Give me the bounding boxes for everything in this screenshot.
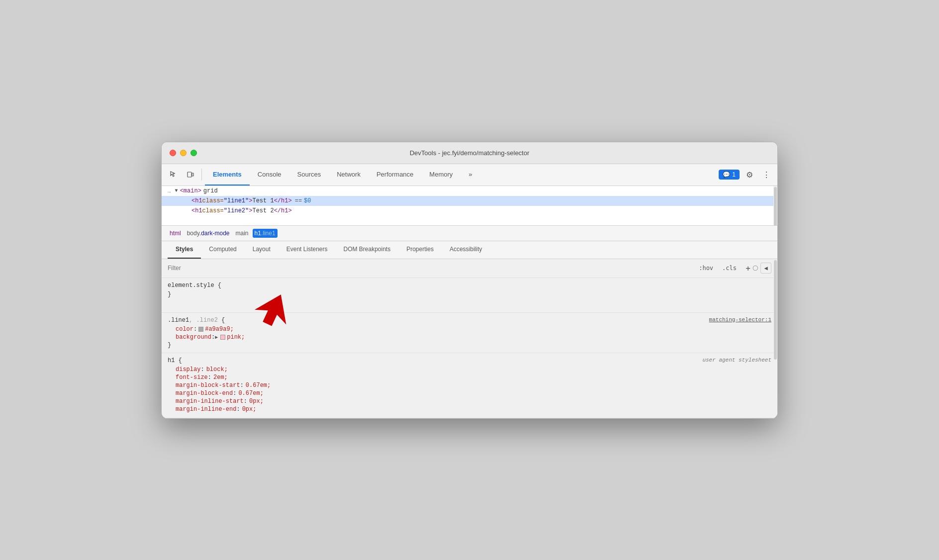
tag-open-h1-2: <h1 xyxy=(191,207,202,214)
prop-name-color: color xyxy=(176,326,193,333)
toggle-sidebar-icon[interactable]: ◀ xyxy=(760,263,771,274)
tab-computed[interactable]: Computed xyxy=(201,241,244,259)
toolbar-right: 💬 1 ⚙ ⋮ xyxy=(719,167,773,183)
css-prop-font-size: font-size : 2em; xyxy=(168,374,771,381)
prop-value-color[interactable]: #a9a9a9; xyxy=(205,326,234,333)
rule-selector-line1: .line1, .line2 { xyxy=(168,317,771,324)
prop-value-background[interactable]: pink; xyxy=(227,334,245,341)
styles-panel: :hov .cls + ⃝ ◀ element.style { } xyxy=(162,259,777,418)
tab-network[interactable]: Network xyxy=(329,164,369,186)
prop-value-display[interactable]: block; xyxy=(206,366,228,373)
background-swatch[interactable] xyxy=(220,335,225,340)
tab-dom-breakpoints[interactable]: DOM Breakpoints xyxy=(335,241,398,259)
scrollbar-thumb[interactable] xyxy=(774,187,777,226)
tab-accessibility[interactable]: Accessibility xyxy=(442,241,490,259)
rule-source-ua: user agent stylesheet xyxy=(702,357,771,363)
dom-line-main[interactable]: … ▼ <main> grid xyxy=(162,186,777,196)
styles-scrollbar[interactable] xyxy=(773,259,777,418)
crumb-main[interactable]: main xyxy=(234,229,251,238)
device-toolbar-icon[interactable] xyxy=(183,167,198,183)
more-options-icon[interactable]: ⋮ xyxy=(759,168,773,182)
prop-name-mbs: margin-block-start xyxy=(176,382,240,389)
tab-properties[interactable]: Properties xyxy=(398,241,442,259)
css-rule-element-style: element.style { } xyxy=(162,278,777,313)
css-prop-display: display : block; xyxy=(168,366,771,373)
css-prop-mie: margin-inline-end : 0px; xyxy=(168,406,771,413)
devtools-toolbar: Elements Console Sources Network Perform… xyxy=(162,164,777,186)
css-prop-mbe: margin-block-end : 0.67em; xyxy=(168,390,771,397)
window-title: DevTools - jec.fyi/demo/matching-selecto… xyxy=(410,149,530,157)
inspector-icon[interactable] xyxy=(166,167,182,183)
minimize-button[interactable] xyxy=(180,150,187,156)
rule-selector-element-style: element.style { xyxy=(168,282,771,289)
tab-elements[interactable]: Elements xyxy=(205,164,250,186)
dom-line-h1-line2[interactable]: <h1 class="line2">Test 2</h1> xyxy=(162,206,777,216)
tab-sources[interactable]: Sources xyxy=(289,164,329,186)
collapse-arrow[interactable]: ▼ xyxy=(175,188,178,193)
prop-value-font-size[interactable]: 2em; xyxy=(213,374,228,381)
crumb-h1-line1[interactable]: h1.line1 xyxy=(253,229,278,238)
add-rule-icon[interactable]: + xyxy=(743,263,753,274)
eq-sign: == xyxy=(295,197,302,204)
prop-value-mis[interactable]: 0px; xyxy=(249,398,264,405)
elements-scrollbar[interactable] xyxy=(773,186,777,225)
css-prop-mis: margin-inline-start : 0px; xyxy=(168,398,771,405)
subpanel-tabs: Styles Computed Layout Event Listeners D… xyxy=(162,241,777,259)
selector-line1: .line1 xyxy=(168,317,189,324)
chat-icon: 💬 xyxy=(723,171,730,178)
tab-event-listeners[interactable]: Event Listeners xyxy=(279,241,336,259)
prop-value-mie[interactable]: 0px; xyxy=(242,406,257,413)
css-prop-mbs: margin-block-start : 0.67em; xyxy=(168,382,771,389)
tab-console[interactable]: Console xyxy=(250,164,289,186)
selector-brace-open: { xyxy=(218,317,225,324)
tab-performance[interactable]: Performance xyxy=(369,164,421,186)
css-prop-background: background : ▶ pink; xyxy=(168,334,771,341)
tab-more[interactable]: » xyxy=(461,164,480,186)
prop-colon-mbe: : xyxy=(233,390,236,397)
crumb-h1-label: h1.line1 xyxy=(255,230,276,237)
prop-colon-color: : xyxy=(193,326,197,333)
h1-text-2: Test 2 xyxy=(252,207,274,214)
crumb-html-tag: html xyxy=(170,230,181,237)
traffic-lights xyxy=(170,150,197,156)
crumb-html[interactable]: html xyxy=(168,229,183,238)
prop-name-font-size: font-size xyxy=(176,374,208,381)
tab-styles[interactable]: Styles xyxy=(168,241,201,259)
prop-name-mbe: margin-block-end xyxy=(176,390,233,397)
cls-filter-btn[interactable]: .cls xyxy=(719,264,740,273)
svg-rect-0 xyxy=(188,172,191,177)
crumb-body[interactable]: body.dark-mode xyxy=(185,229,232,238)
devtools-window: DevTools - jec.fyi/demo/matching-selecto… xyxy=(161,142,778,419)
filter-row: :hov .cls + ⃝ ◀ xyxy=(162,259,777,278)
tab-memory[interactable]: Memory xyxy=(421,164,461,186)
h1-text: Test 1 xyxy=(252,197,274,204)
prop-value-mbs[interactable]: 0.67em; xyxy=(246,382,271,389)
svg-rect-1 xyxy=(192,173,193,176)
settings-icon[interactable]: ⚙ xyxy=(742,167,757,183)
feedback-badge[interactable]: 💬 1 xyxy=(719,170,740,180)
close-button[interactable] xyxy=(170,150,176,156)
prop-colon-font-size: : xyxy=(208,374,211,381)
rule-close-brace-2: } xyxy=(168,342,771,349)
prop-colon-background: : xyxy=(211,334,215,341)
rule-source-matching[interactable]: matching-selector:1 xyxy=(709,317,771,323)
styles-scrollbar-thumb[interactable] xyxy=(774,260,777,360)
css-rule-h1-ua: user agent stylesheet h1 { display : blo… xyxy=(162,353,777,418)
filter-actions: :hov .cls + ⃝ ◀ xyxy=(696,263,771,274)
expand-background-icon[interactable]: ▶ xyxy=(215,334,218,340)
prop-colon-mis: : xyxy=(244,398,247,405)
hov-filter-btn[interactable]: :hov xyxy=(696,264,716,273)
tab-layout[interactable]: Layout xyxy=(245,241,279,259)
expand-dots[interactable]: … xyxy=(168,188,171,194)
h1-selector-text: h1 { xyxy=(168,357,182,364)
prop-value-mbe[interactable]: 0.67em; xyxy=(238,390,263,397)
color-swatch[interactable] xyxy=(198,327,203,332)
filter-input[interactable] xyxy=(168,265,692,272)
maximize-button[interactable] xyxy=(190,150,197,156)
prop-name-background: background xyxy=(176,334,211,341)
crumb-body-label: body.dark-mode xyxy=(187,230,230,237)
tag-closing-h1: </h1> xyxy=(274,197,292,204)
selector-dim-comma: , .line2 xyxy=(189,317,218,324)
devtools-tabs: Elements Console Sources Network Perform… xyxy=(205,164,718,186)
dom-line-h1-line1[interactable]: <h1 class="line1">Test 1</h1> == $0 xyxy=(162,196,777,206)
